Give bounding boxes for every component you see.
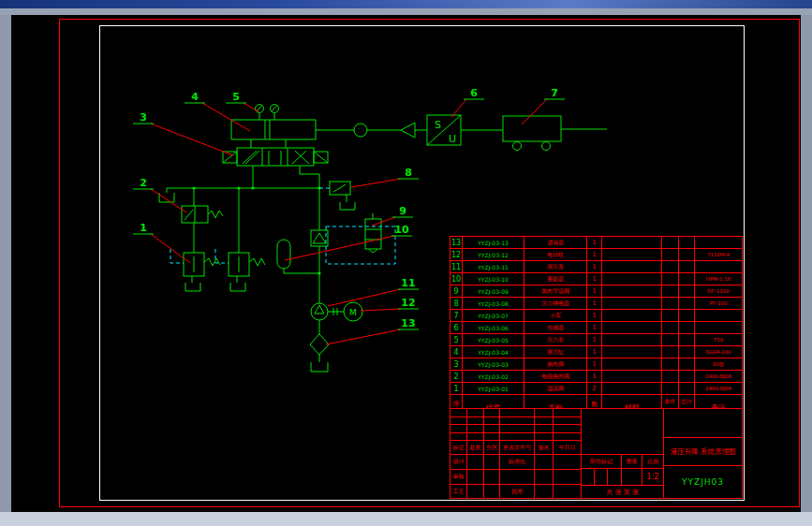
- tb-scale-value: 1:2: [642, 469, 664, 486]
- bom-cell: YYZJ-03-01: [463, 383, 524, 394]
- bom-cell: [662, 358, 679, 370]
- bom-cell: [662, 371, 679, 382]
- bom-row: 12YYZJ-03-12电动机1Y132M-4: [450, 249, 742, 261]
- bom-cell: [602, 273, 662, 285]
- bom-cell: 2400-BJ04: [695, 383, 742, 394]
- revision-cell: [467, 417, 484, 426]
- bom-cell: 溢流阀: [524, 383, 587, 394]
- revision-cell: [554, 417, 582, 426]
- bom-row: 4YYZJ-03-04液压缸1SG04-100: [450, 346, 742, 358]
- bom-cell: 2: [587, 383, 602, 394]
- bom-cell: [602, 383, 662, 394]
- bom-cell: 1: [587, 285, 602, 297]
- bom-cell: [679, 334, 695, 345]
- window-titlebar[interactable]: [0, 0, 812, 8]
- bom-cell: [679, 322, 695, 333]
- bom-cell: 7: [450, 310, 463, 321]
- tb-cell: [467, 485, 484, 498]
- window-bottom-strip: [0, 512, 812, 526]
- tb-cell: [484, 470, 500, 485]
- revision-cell: [450, 433, 467, 442]
- bom-cell: [679, 273, 695, 285]
- bom-cell: 2: [450, 371, 463, 382]
- bom-cell: [662, 261, 679, 272]
- tb-sheet-info: 共 张 第 张: [582, 486, 664, 498]
- bom-cell: [679, 298, 695, 309]
- bom-cell: [662, 310, 679, 321]
- bom-cell: 电磁换向阀: [524, 371, 587, 382]
- bom-row: 3YYZJ-03-03换向阀190型: [450, 358, 742, 371]
- tb-zone: 分区: [484, 441, 500, 455]
- tb-date: 年月日: [554, 441, 582, 455]
- bom-cell: 1: [450, 383, 463, 394]
- revision-cell: [554, 425, 582, 433]
- bom-row: 1YYZJ-03-01溢流阀22400-BJ04: [450, 383, 742, 395]
- bom-cell: 压力表: [524, 334, 587, 345]
- bom-cell: PF-100: [695, 298, 742, 309]
- bom-row: 7YYZJ-03-07小车1: [450, 310, 742, 322]
- revision-cell: [500, 417, 535, 426]
- bom-cell: [602, 322, 662, 333]
- bom-row: 9YYZJ-03-09单向节流阀1DF-1100: [450, 285, 742, 298]
- bom-cell: [662, 285, 679, 297]
- bom-cell: [662, 383, 679, 394]
- bom-cell: 10: [450, 273, 463, 285]
- tb-cell: [484, 485, 500, 498]
- bom-cell: 2400-BJ06: [695, 371, 742, 382]
- bom-row: 13YYZJ-03-13滤油器1: [450, 237, 742, 249]
- bom-cell: [679, 346, 695, 358]
- bom-cell: [602, 346, 662, 358]
- revision-cell: [484, 433, 500, 442]
- bom-cell: [602, 249, 662, 260]
- bom-cell: [695, 237, 742, 248]
- bom-cell: [679, 371, 695, 382]
- bom-cell: YYZJ-03-09: [463, 285, 524, 297]
- tb-cell: [622, 469, 642, 486]
- bom-cell: 90型: [695, 358, 742, 370]
- bom-cell: [695, 322, 742, 333]
- tb-cell: [554, 470, 582, 485]
- bom-cell: YYZJ-03-11: [463, 261, 524, 272]
- revision-cell: [500, 433, 535, 442]
- bom-cell: [679, 383, 695, 394]
- tb-cell: [484, 455, 500, 470]
- bom-cell: YYZJ-03-10: [463, 273, 524, 285]
- bom-cell: [662, 298, 679, 309]
- bom-cell: YYZJ-03-13: [463, 237, 524, 248]
- tb-drawing-title: 液压升降 系统原理图: [664, 438, 742, 466]
- tb-scale-label: 比例: [642, 455, 664, 469]
- bom-cell: [602, 334, 662, 345]
- bom-cell: T50: [695, 334, 742, 345]
- tb-weight: 重量: [622, 455, 642, 469]
- bom-cell: 压力继电器: [524, 298, 587, 309]
- bom-cell: YYZJ-03-03: [463, 358, 524, 370]
- drawing-number-text: YYZJH03: [682, 477, 724, 487]
- bom-cell: DF-1100: [695, 285, 742, 297]
- bom-cell: 蓄能器: [524, 273, 587, 285]
- bom-cell: 6: [450, 322, 463, 333]
- tb-cell: [535, 485, 554, 498]
- bom-row: 2YYZJ-03-02电磁换向阀12400-BJ06: [450, 371, 742, 383]
- revision-cell: [484, 417, 500, 426]
- bom-cell: [662, 249, 679, 260]
- tb-cell: [608, 469, 622, 486]
- bom-cell: 液压泵: [524, 261, 587, 272]
- tb-cell: [554, 485, 582, 498]
- bom-cell: 1: [587, 346, 602, 358]
- bom-cell: [662, 273, 679, 285]
- bom-cell: [695, 261, 742, 272]
- tb-sign: 签名: [535, 441, 554, 455]
- revision-cell: [467, 425, 484, 433]
- bom-cell: 1: [587, 298, 602, 309]
- bom-cell: [662, 334, 679, 345]
- bom-cell: HPM-1.16: [695, 273, 742, 285]
- revision-cell: [450, 425, 467, 433]
- cad-application-window: 12345678910111213 S U M 13YYZJ-03-13滤油器1…: [0, 0, 812, 526]
- bom-cell: 1: [587, 358, 602, 370]
- bom-row: 11YYZJ-03-11液压泵1: [450, 261, 742, 273]
- tb-cell: [500, 470, 535, 485]
- bom-cell: YYZJ-03-04: [463, 346, 524, 358]
- tb-cell: [595, 469, 608, 486]
- bom-cell: 11: [450, 261, 463, 272]
- parts-list-table: 13YYZJ-03-13滤油器112YYZJ-03-12电动机1Y132M-41…: [450, 236, 743, 422]
